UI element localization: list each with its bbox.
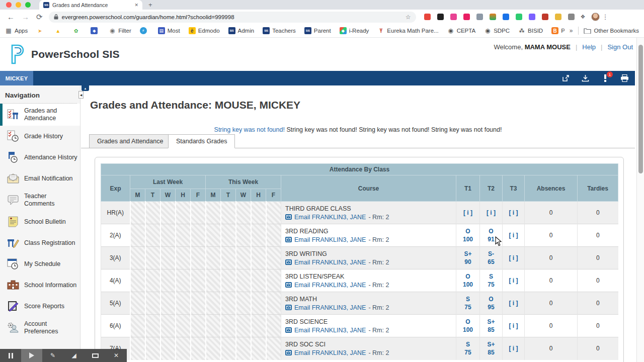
bookmark-item[interactable]: SIS Admin (228, 27, 255, 34)
t3-grade-link[interactable]: [ i ] (503, 202, 525, 224)
sidebar-item-score-reports[interactable]: Score Reports (0, 296, 80, 317)
tardies-cell[interactable]: 0 (578, 292, 618, 315)
other-bookmarks-folder[interactable]: Other Bookmarks (584, 28, 639, 34)
teacher-email-link[interactable]: Email FRANKLIN3, JANE (294, 259, 366, 266)
absences-cell[interactable]: 0 (525, 292, 578, 315)
sidebar-item-teacher-comments[interactable]: Teacher Comments (0, 189, 80, 211)
t1-grade-link[interactable]: [ i ] (456, 202, 480, 224)
absences-cell[interactable]: 0 (525, 224, 578, 247)
tab-standards-grades[interactable]: Standards Grades (168, 134, 235, 148)
sidebar-item-school-bulletin[interactable]: School Bulletin (0, 211, 80, 232)
external-link-icon[interactable] (561, 74, 570, 82)
extension-icon[interactable] (516, 14, 522, 20)
sidebar-item-attendance-history[interactable]: Attendance History (0, 147, 80, 168)
tardies-cell[interactable]: 0 (578, 337, 618, 360)
bookmark-item[interactable]: ◉ Filter (109, 27, 131, 34)
t3-grade-link[interactable]: [ i ] (503, 315, 525, 337)
extension-icon[interactable] (555, 14, 561, 20)
page-scrollbar[interactable] (636, 38, 644, 362)
absences-cell[interactable]: 0 (525, 247, 578, 269)
t2-grade-link[interactable]: S+85 (480, 337, 503, 360)
address-bar[interactable]: evergreen.powerschool.com/guardian/home.… (49, 12, 416, 23)
bookmarks-overflow-chevron[interactable]: » (570, 27, 573, 34)
pointer-icon[interactable]: ◢ (63, 349, 85, 362)
help-link[interactable]: Help (582, 43, 596, 51)
play-icon[interactable] (21, 349, 42, 362)
t3-grade-link[interactable]: [ i ] (503, 337, 525, 360)
alerts-icon[interactable]: 1 (601, 74, 609, 82)
extension-icon[interactable] (463, 14, 470, 20)
tardies-cell[interactable]: 0 (578, 202, 618, 224)
sidebar-item-grade-history[interactable]: Grade History (0, 126, 80, 147)
bookmark-item[interactable]: ◆ i-Ready (340, 27, 369, 34)
absences-cell[interactable]: 0 (525, 269, 578, 292)
window-close-button[interactable] (6, 2, 12, 8)
browser-tab[interactable]: SIS Grades and Attendance ✕ (39, 0, 142, 10)
sidebar-item-my-schedule[interactable]: My Schedule (0, 253, 80, 275)
profile-avatar[interactable] (591, 13, 600, 21)
bookmark-item[interactable]: ◉ SDPC (484, 27, 510, 34)
tardies-cell[interactable]: 0 (578, 224, 618, 247)
extension-icon[interactable] (490, 14, 496, 20)
t2-grade-link[interactable]: [ i ] (480, 202, 503, 224)
bookmark-item[interactable]: SIS Parent (304, 27, 331, 34)
powerschool-logo[interactable]: PowerSchool SIS (9, 44, 120, 65)
t2-grade-link[interactable]: S75 (480, 269, 503, 292)
absences-cell[interactable]: 0 (525, 202, 578, 224)
t1-grade-link[interactable]: S+90 (456, 247, 480, 269)
bookmark-item[interactable]: ë Edmodo (189, 27, 220, 34)
print-icon[interactable] (620, 74, 629, 82)
bookmark-item[interactable]: ▤ Most (158, 27, 180, 34)
scrollbar-thumb[interactable] (638, 45, 643, 173)
bookmark-item[interactable]: ▲ (54, 27, 64, 34)
signout-link[interactable]: Sign Out (607, 43, 633, 51)
t1-grade-link[interactable]: S75 (456, 337, 480, 360)
draw-pencil-icon[interactable]: ✎ (42, 349, 63, 362)
bookmark-item[interactable]: B Piltz (551, 27, 565, 34)
tardies-cell[interactable]: 0 (578, 315, 618, 337)
back-icon[interactable]: ← (7, 13, 15, 21)
reload-icon[interactable]: ⟳ (36, 13, 43, 22)
download-icon[interactable] (581, 74, 590, 82)
close-recorder-icon[interactable]: ✕ (106, 349, 127, 362)
bookmark-item[interactable]: ⚡ (140, 27, 149, 34)
extension-icon[interactable] (568, 14, 575, 20)
teacher-email-link[interactable]: Email FRANKLIN3, JANE (294, 236, 366, 243)
extension-icon[interactable] (450, 14, 457, 20)
extension-icon[interactable] (542, 14, 548, 20)
teacher-email-link[interactable]: Email FRANKLIN3, JANE (294, 282, 366, 289)
t1-grade-link[interactable]: O100 (456, 269, 480, 292)
extension-icon[interactable] (437, 14, 444, 20)
display-icon[interactable] (85, 349, 106, 362)
bookmark-star-icon[interactable]: ☆ (406, 14, 411, 21)
new-tab-button[interactable]: + (148, 1, 152, 9)
t1-grade-link[interactable]: O100 (456, 315, 480, 337)
bookmark-item[interactable]: ✿ (72, 27, 82, 34)
bookmark-item[interactable]: ⁂ BISID (518, 27, 543, 34)
window-minimize-button[interactable] (16, 2, 21, 8)
collapse-up-button[interactable]: ▲ (82, 85, 89, 91)
tab-grades-and-attendance[interactable]: Grades and Attendance (89, 134, 171, 148)
extensions-puzzle-icon[interactable]: ❖ (581, 14, 586, 20)
student-tab-mickey[interactable]: MICKEY (0, 71, 33, 85)
tab-close-icon[interactable]: ✕ (134, 3, 138, 8)
bookmark-item[interactable]: ➤ (36, 27, 46, 34)
t3-grade-link[interactable]: [ i ] (503, 269, 525, 292)
teacher-email-link[interactable]: Email FRANKLIN3, JANE (294, 214, 366, 221)
t2-grade-link[interactable]: O95 (480, 292, 503, 315)
extension-icon[interactable] (424, 14, 431, 20)
teacher-email-link[interactable]: Email FRANKLIN3, JANE (294, 304, 366, 311)
t3-grade-link[interactable]: [ i ] (503, 247, 525, 269)
window-zoom-button[interactable] (25, 2, 31, 8)
extension-icon[interactable] (476, 14, 483, 20)
bookmark-item[interactable]: ▦ Apps (5, 27, 28, 34)
string-key-link[interactable]: String key was not found! (214, 126, 285, 133)
absences-cell[interactable]: 0 (525, 315, 578, 337)
t3-grade-link[interactable]: [ i ] (503, 224, 525, 247)
absences-cell[interactable]: 0 (525, 337, 578, 360)
t1-grade-link[interactable]: S75 (456, 292, 480, 315)
extension-icon[interactable] (503, 14, 509, 20)
bookmark-item[interactable]: ◉ CEPTA (447, 27, 476, 34)
sidebar-item-account-preferences[interactable]: Account Preferences (0, 317, 80, 339)
bookmark-item[interactable]: SIS Teachers (263, 27, 296, 34)
